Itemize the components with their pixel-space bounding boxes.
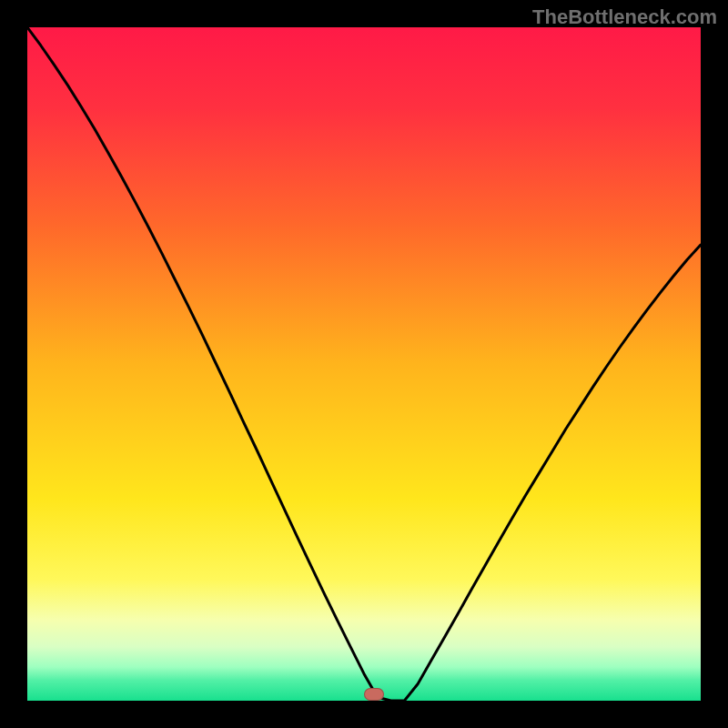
plot-area	[27, 27, 701, 701]
curve-line	[27, 27, 701, 701]
optimum-marker	[364, 688, 384, 701]
watermark-text: TheBottleneck.com	[532, 5, 717, 29]
